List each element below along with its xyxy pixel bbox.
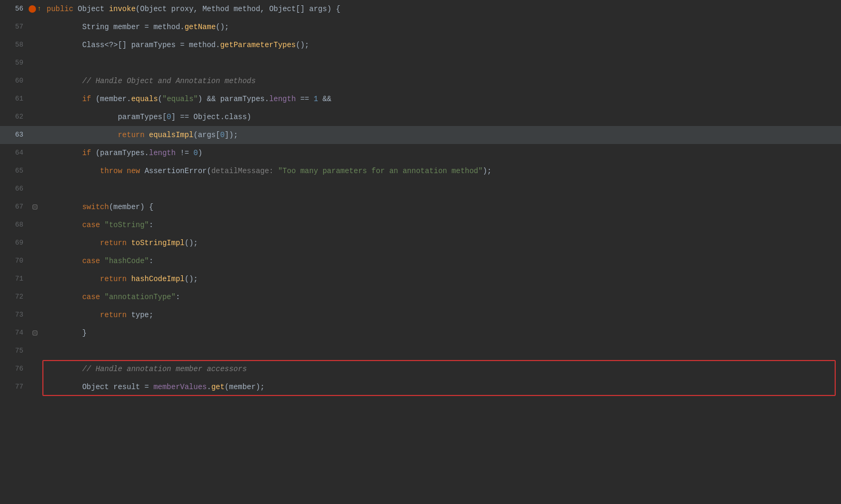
code-content-69: return toStringImpl(); bbox=[42, 234, 841, 252]
keyword: throw bbox=[100, 167, 122, 175]
line-number-64: 64 bbox=[0, 144, 28, 162]
code-editor: 56 ↑ public Object invoke(Object proxy, … bbox=[0, 0, 841, 504]
line-number-57: 57 bbox=[0, 18, 28, 36]
number: 0 bbox=[220, 131, 225, 139]
gutter-67 bbox=[28, 203, 42, 211]
field: memberValues bbox=[154, 383, 207, 391]
number: 0 bbox=[193, 149, 198, 157]
code-line-67: 67 switch(member) { bbox=[0, 198, 841, 216]
line-number-74: 74 bbox=[0, 324, 28, 342]
code-line-72: 72 case "annotationType": bbox=[0, 288, 841, 306]
keyword: return bbox=[118, 131, 144, 139]
code-content-77: Object result = memberValues.get(member)… bbox=[42, 378, 841, 396]
method-name: invoke bbox=[109, 5, 136, 13]
comment: // Handle Object and Annotation methods bbox=[82, 77, 256, 85]
method-name: getParameterTypes bbox=[220, 41, 296, 49]
keyword: case bbox=[82, 293, 100, 301]
string-literal: "hashCode" bbox=[104, 257, 149, 265]
line-number-66: 66 bbox=[0, 180, 28, 198]
number: 0 bbox=[167, 113, 171, 121]
code-line-65: 65 throw new AssertionError(detailMessag… bbox=[0, 162, 841, 180]
code-content-65: throw new AssertionError(detailMessage: … bbox=[42, 162, 841, 180]
gutter-56: ↑ bbox=[28, 0, 42, 18]
keyword: new bbox=[127, 167, 140, 175]
keyword: return bbox=[100, 311, 127, 319]
code-line-61: 61 if (member.equals("equals") && paramT… bbox=[0, 90, 841, 108]
line-number-73: 73 bbox=[0, 306, 28, 324]
type: Object bbox=[269, 5, 296, 13]
gutter-74 bbox=[28, 329, 42, 337]
code-line-59: 59 bbox=[0, 54, 841, 72]
code-content-74: } bbox=[42, 324, 841, 342]
line-number-77: 77 bbox=[0, 378, 28, 396]
code-content-60: // Handle Object and Annotation methods bbox=[42, 72, 841, 90]
line-number-76: 76 bbox=[0, 360, 28, 378]
keyword: case bbox=[82, 221, 100, 229]
method-name: hashCodeImpl bbox=[131, 275, 185, 283]
code-content-64: if (paramTypes.length != 0) bbox=[42, 144, 841, 162]
code-line-75: 75 bbox=[0, 342, 841, 360]
type: Object bbox=[193, 113, 220, 121]
keyword: return bbox=[100, 275, 127, 283]
line-number-60: 60 bbox=[0, 72, 28, 90]
line-number-59: 59 bbox=[0, 54, 28, 72]
code-line-57: 57 String member = method.getName(); bbox=[0, 18, 841, 36]
code-content-63: return equalsImpl(args[0]); bbox=[42, 126, 841, 144]
string-literal: "Too many parameters for an annotation m… bbox=[278, 167, 482, 175]
type: String bbox=[82, 23, 109, 31]
code-line-74: 74 } bbox=[0, 324, 841, 342]
line-number-70: 70 bbox=[0, 252, 28, 270]
line-number-67: 67 bbox=[0, 198, 28, 216]
keyword: if bbox=[82, 149, 91, 157]
line-number-68: 68 bbox=[0, 216, 28, 234]
type: Object bbox=[140, 5, 166, 13]
code-content-56: public Object invoke(Object proxy, Metho… bbox=[42, 0, 841, 18]
code-line-62: 62 paramTypes[0] == Object.class) bbox=[0, 108, 841, 126]
type: Class bbox=[82, 41, 104, 49]
code-line-70: 70 case "hashCode": bbox=[0, 252, 841, 270]
code-line-58: 58 Class<?>[] paramTypes = method.getPar… bbox=[0, 36, 841, 54]
string-literal: "toString" bbox=[104, 221, 149, 229]
line-number-61: 61 bbox=[0, 90, 28, 108]
line-number-58: 58 bbox=[0, 36, 28, 54]
code-content-62: paramTypes[0] == Object.class) bbox=[42, 108, 841, 126]
type: AssertionError bbox=[145, 167, 207, 175]
type: Object bbox=[82, 383, 109, 391]
line-number-62: 62 bbox=[0, 108, 28, 126]
code-content-57: String member = method.getName(); bbox=[42, 18, 841, 36]
code-line-68: 68 case "toString": bbox=[0, 216, 841, 234]
keyword: public bbox=[47, 5, 73, 13]
line-number-72: 72 bbox=[0, 288, 28, 306]
comment: // Handle annotation member accessors bbox=[82, 365, 247, 373]
line-number-63: 63 bbox=[0, 126, 28, 144]
type: Object bbox=[78, 5, 104, 13]
code-line-63: 63 return equalsImpl(args[0]); bbox=[0, 126, 841, 144]
keyword: case bbox=[82, 257, 100, 265]
keyword: switch bbox=[82, 203, 109, 211]
method-name: equals bbox=[131, 95, 158, 103]
method-name: getName bbox=[184, 23, 216, 31]
fold-icon[interactable] bbox=[31, 203, 39, 211]
method-name: toStringImpl bbox=[131, 239, 185, 247]
red-box-region: 76 // Handle annotation member accessors… bbox=[0, 360, 841, 396]
code-content-58: Class<?>[] paramTypes = method.getParame… bbox=[42, 36, 841, 54]
code-content-71: return hashCodeImpl(); bbox=[42, 270, 841, 288]
code-line-64: 64 if (paramTypes.length != 0) bbox=[0, 144, 841, 162]
field: length bbox=[149, 149, 175, 157]
code-line-77: 77 Object result = memberValues.get(memb… bbox=[0, 378, 841, 396]
keyword: if bbox=[82, 95, 91, 103]
line-number-71: 71 bbox=[0, 270, 28, 288]
code-content-70: case "hashCode": bbox=[42, 252, 841, 270]
code-line-56: 56 ↑ public Object invoke(Object proxy, … bbox=[0, 0, 841, 18]
line-number-56: 56 bbox=[0, 0, 28, 18]
string-literal: "equals" bbox=[162, 95, 198, 103]
method-name: get bbox=[211, 383, 225, 391]
debug-arrow-icon: ↑ bbox=[37, 0, 41, 18]
line-number-75: 75 bbox=[0, 342, 28, 360]
code-line-76: 76 // Handle annotation member accessors bbox=[0, 360, 841, 378]
code-content-67: switch(member) { bbox=[42, 198, 841, 216]
code-line-66: 66 bbox=[0, 180, 841, 198]
field: length bbox=[269, 95, 296, 103]
fold-icon[interactable] bbox=[31, 329, 39, 337]
code-content-73: return type; bbox=[42, 306, 841, 324]
